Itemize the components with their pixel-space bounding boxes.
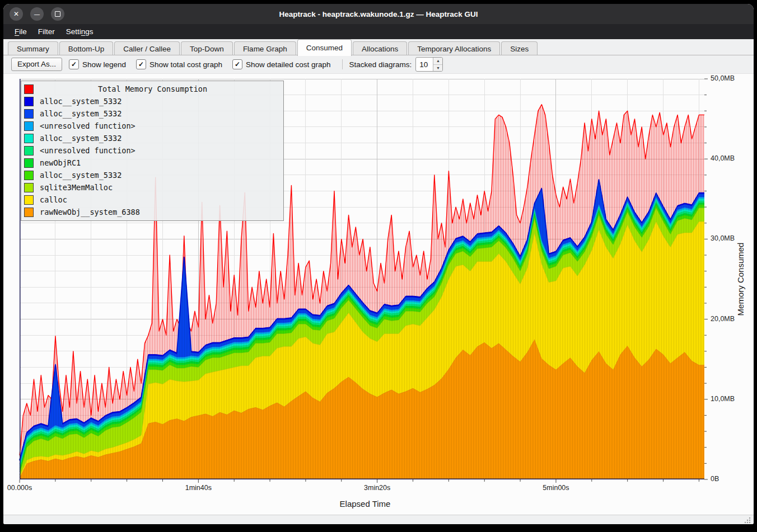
tab-bottom-up[interactable]: Bottom-Up	[59, 41, 114, 55]
legend-label: calloc	[40, 195, 67, 204]
legend-label: alloc__system_5332	[40, 109, 122, 118]
legend-item: calloc	[21, 194, 283, 206]
checkbox-icon: ✓	[232, 59, 242, 69]
x-tick-label: 5min00s	[531, 484, 581, 492]
stacked-diagrams-value[interactable]: 10	[416, 58, 433, 71]
legend-item: <unresolved function>	[21, 144, 283, 157]
legend-label: alloc__system_5332	[40, 134, 122, 143]
legend-item: newObjRC1	[21, 157, 283, 169]
legend-title-row: Total Memory Consumption	[21, 83, 283, 95]
maximize-icon	[55, 11, 60, 17]
tab-caller-callee[interactable]: Caller / Callee	[114, 41, 180, 55]
legend-swatch	[24, 97, 34, 106]
y-tick-label: 40,0MB	[711, 154, 735, 162]
x-tick-label: 1min40s	[173, 484, 223, 492]
y-tick-label: 20,0MB	[711, 315, 735, 323]
legend-label: <unresolved function>	[40, 146, 135, 155]
x-axis-title: Elapsed Time	[331, 499, 399, 509]
export-as-button[interactable]: Export As...	[11, 58, 62, 71]
menu-bar: FileFilterSettings	[3, 24, 754, 39]
menu-file[interactable]: File	[9, 26, 32, 37]
legend-item: alloc__system_5332	[21, 107, 283, 120]
legend-swatch	[24, 208, 34, 217]
close-button[interactable]: ✕	[10, 7, 23, 21]
checkbox-label: Show detailed cost graph	[246, 60, 331, 69]
legend-swatch	[24, 146, 34, 156]
legend-swatch	[24, 195, 34, 205]
legend-item: alloc__system_5332	[21, 95, 283, 107]
legend-label: Total Memory Consumption	[40, 84, 265, 93]
legend-item: alloc__system_5332	[21, 169, 283, 181]
legend-swatch	[24, 158, 34, 168]
checkbox-icon: ✓	[69, 59, 79, 69]
maximize-button[interactable]	[51, 7, 64, 21]
legend-swatch	[24, 109, 34, 119]
y-axis-title: Memory Consumed	[736, 218, 747, 341]
y-tick-label: 0B	[711, 475, 719, 483]
legend-item: <unresolved function>	[21, 120, 283, 132]
tab-sizes[interactable]: Sizes	[501, 41, 538, 55]
tab-allocations[interactable]: Allocations	[353, 41, 407, 55]
tab-flame-graph[interactable]: Flame Graph	[234, 41, 296, 55]
x-tick-label: 3min20s	[352, 484, 403, 492]
stepper-down-icon[interactable]: ▼	[433, 65, 442, 72]
minimize-icon: —	[34, 11, 40, 17]
menu-settings[interactable]: Settings	[60, 26, 99, 37]
y-tick-label: 50,0MB	[711, 74, 735, 82]
legend-label: rawNewObj__system_6388	[40, 208, 140, 216]
legend-item: rawNewObj__system_6388	[21, 206, 283, 218]
legend-swatch	[24, 134, 34, 143]
y-tick-label: 30,0MB	[711, 234, 735, 242]
checkbox-label: Show total cost graph	[149, 60, 222, 69]
tab-bar: SummaryBottom-UpCaller / CalleeTop-DownF…	[3, 39, 754, 55]
minimize-button[interactable]: —	[30, 7, 44, 21]
x-tick-label: 00.000s	[3, 484, 45, 492]
resize-grip-icon[interactable]	[744, 516, 751, 524]
checkbox-show-legend[interactable]: ✓Show legend	[69, 59, 126, 69]
legend-swatch	[24, 171, 34, 180]
chart-legend: Total Memory Consumptionalloc__system_53…	[21, 81, 284, 221]
legend-swatch	[24, 183, 34, 192]
title-bar[interactable]: ✕ — Heaptrack - heaptrack.wakunode.1.gz …	[3, 4, 754, 24]
legend-label: alloc__system_5332	[40, 97, 122, 106]
legend-item: sqlite3MemMalloc	[21, 181, 283, 194]
tab-temporary-allocations[interactable]: Temporary Allocations	[408, 41, 500, 55]
stepper-up-icon[interactable]: ▲	[433, 58, 442, 65]
consumed-chart-area: Total Memory Consumptionalloc__system_53…	[3, 74, 754, 515]
tab-summary[interactable]: Summary	[8, 41, 58, 55]
legend-swatch	[24, 121, 34, 131]
toolbar-separator	[342, 59, 343, 69]
legend-label: alloc__system_5332	[40, 171, 122, 180]
legend-label: newObjRC1	[40, 158, 81, 167]
tab-consumed[interactable]: Consumed	[297, 39, 352, 56]
stacked-diagrams-stepper[interactable]: 10 ▲ ▼	[415, 57, 443, 72]
checkbox-label: Show legend	[82, 60, 126, 69]
legend-label: sqlite3MemMalloc	[40, 183, 113, 192]
legend-swatch	[24, 84, 34, 94]
window-title: Heaptrack - heaptrack.wakunode.1.gz — He…	[3, 10, 754, 18]
legend-item: alloc__system_5332	[21, 132, 283, 144]
heaptrack-window: ✕ — Heaptrack - heaptrack.wakunode.1.gz …	[3, 4, 754, 524]
tab-top-down[interactable]: Top-Down	[181, 41, 233, 55]
checkbox-show-total-cost-graph[interactable]: ✓Show total cost graph	[136, 59, 222, 69]
legend-label: <unresolved function>	[40, 121, 135, 130]
y-tick-label: 10,0MB	[711, 395, 735, 403]
toolbar: Export As... ✓Show legend✓Show total cos…	[3, 55, 754, 74]
status-bar	[3, 515, 754, 524]
stacked-diagrams-label: Stacked diagrams:	[349, 60, 412, 69]
checkbox-icon: ✓	[136, 59, 146, 69]
checkbox-show-detailed-cost-graph[interactable]: ✓Show detailed cost graph	[232, 59, 331, 69]
menu-filter[interactable]: Filter	[32, 26, 60, 37]
close-icon: ✕	[13, 10, 19, 18]
